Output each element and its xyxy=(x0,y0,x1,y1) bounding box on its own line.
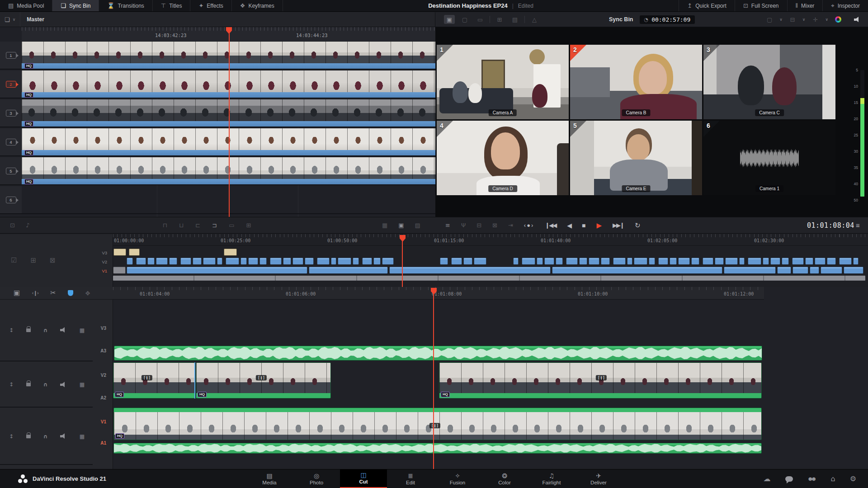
smart-insert-icon[interactable] xyxy=(163,222,167,228)
headphones-icon[interactable] xyxy=(43,434,47,439)
bin-view-icon[interactable] xyxy=(509,15,520,24)
timeline-clip[interactable] xyxy=(305,258,314,265)
camera-tile-4[interactable]: 4 Camera D xyxy=(437,121,569,195)
go-to-start-button[interactable]: ❙◀◀ xyxy=(545,222,556,229)
transitions-toggle[interactable]: Transitions xyxy=(99,0,152,11)
bin-selector[interactable]: ∨ xyxy=(0,12,20,27)
play-button[interactable]: ▶ xyxy=(597,221,602,230)
camera-tile-5[interactable]: 5 Camera E xyxy=(570,121,702,195)
tab-photo[interactable]: Photo xyxy=(293,469,340,488)
timeline-clip[interactable] xyxy=(309,267,388,274)
camera-track-badge[interactable]: 4 xyxy=(6,139,16,145)
camera-tile-3[interactable]: 3 Camera C xyxy=(703,45,835,119)
timeline-clip[interactable] xyxy=(224,249,237,256)
camera-tile-1[interactable]: 1 Camera A xyxy=(437,45,569,119)
source-track-row[interactable]: 5HQ xyxy=(0,157,435,185)
tab-fairlight[interactable]: Fairlight xyxy=(528,469,575,488)
timeline-clip[interactable] xyxy=(670,258,677,265)
trim-film-icon[interactable] xyxy=(14,290,20,296)
close-up-icon[interactable] xyxy=(212,222,217,228)
timeline-clip[interactable] xyxy=(844,267,863,274)
track-header-group-1[interactable] xyxy=(0,408,93,465)
edit-point-selection[interactable] xyxy=(194,362,195,399)
timeline-clip[interactable] xyxy=(259,258,267,265)
source-track-row[interactable]: 4HQ xyxy=(0,128,435,156)
timeline-clip[interactable] xyxy=(763,258,769,265)
scene-cut-icon[interactable] xyxy=(492,222,497,228)
tab-media[interactable]: Media xyxy=(246,469,293,488)
headphones-icon[interactable] xyxy=(43,328,47,333)
track-header-group-3[interactable] xyxy=(0,300,93,361)
timeline-clip[interactable] xyxy=(283,258,291,265)
timeline-clip[interactable] xyxy=(241,258,247,265)
timeline-timecode[interactable]: 01:01:08:04 xyxy=(807,221,854,230)
timeline-clip[interactable] xyxy=(362,258,372,265)
timeline-clip[interactable] xyxy=(649,258,655,265)
detail-ruler[interactable]: 01:01:04:0001:01:06:0001:01:08:0001:01:1… xyxy=(113,287,764,300)
cloud-icon[interactable] xyxy=(764,475,771,483)
timeline-clip[interactable] xyxy=(474,258,486,265)
headphones-icon[interactable] xyxy=(43,382,47,387)
timeline-clip[interactable] xyxy=(544,258,554,265)
timeline-clip[interactable] xyxy=(338,258,351,265)
source-tape-icon[interactable] xyxy=(459,15,470,24)
timeline-clip[interactable] xyxy=(440,258,448,265)
timeline-clip[interactable] xyxy=(317,258,330,265)
filmstrip-icon[interactable] xyxy=(80,434,85,439)
source-track-row[interactable]: 2HQ xyxy=(0,70,435,99)
camera-track-badge[interactable]: 3 xyxy=(6,110,16,117)
timeline-clip[interactable] xyxy=(389,267,551,274)
video-clip-v2[interactable]: HQ [❙] xyxy=(439,362,762,399)
tab-fusion[interactable]: Fusion xyxy=(434,469,481,488)
match-frame-icon[interactable] xyxy=(508,222,513,228)
timeline-clip[interactable] xyxy=(715,258,724,265)
color-viewer-icon[interactable] xyxy=(833,15,844,24)
timeline-clip[interactable] xyxy=(821,267,842,274)
track-header-group-2[interactable] xyxy=(0,362,93,408)
timeline-clip[interactable] xyxy=(782,258,789,265)
full-screen-button[interactable]: Full Screen xyxy=(735,0,787,11)
sync-bin-toggle[interactable]: Sync Bin xyxy=(52,0,99,11)
timeline-clip[interactable] xyxy=(180,258,191,265)
timeline-clip[interactable] xyxy=(579,258,587,265)
timeline-clip[interactable] xyxy=(556,258,563,265)
multiview-grid-icon[interactable] xyxy=(494,15,505,24)
multicam-icon[interactable] xyxy=(30,257,36,264)
timeline-clip[interactable] xyxy=(792,258,804,265)
scrub-control[interactable]: ‹●› xyxy=(524,222,534,229)
timeline-clip[interactable] xyxy=(853,258,859,265)
append-icon[interactable] xyxy=(179,222,184,228)
still-grab-icon[interactable] xyxy=(398,222,404,228)
timeline-clip[interactable] xyxy=(793,267,808,274)
timeline-clip[interactable] xyxy=(839,258,852,265)
mixer-toggle[interactable]: Mixer xyxy=(787,0,823,11)
video-clip-v2[interactable]: HQ [❙] xyxy=(113,362,195,399)
poster-frame-icon[interactable] xyxy=(476,222,481,228)
track-move-icon[interactable] xyxy=(9,328,14,333)
quick-export-button[interactable]: Quick Export xyxy=(679,0,735,11)
video-clip-v1[interactable]: HQ [❙] xyxy=(113,408,762,440)
source-track-row[interactable]: 6 xyxy=(0,186,435,214)
play-reverse-button[interactable]: ◀ xyxy=(567,222,571,229)
collaboration-icon[interactable]: ☻☻ xyxy=(807,475,816,482)
timeline-clip[interactable] xyxy=(136,258,146,265)
timeline-clip[interactable] xyxy=(725,258,738,265)
go-to-end-button[interactable]: ▶▶❙ xyxy=(613,222,624,229)
effects-toggle[interactable]: Effects xyxy=(190,0,231,11)
track-move-icon[interactable] xyxy=(9,382,14,387)
timeline-clip[interactable] xyxy=(770,258,780,265)
timeline-clip[interactable] xyxy=(739,258,745,265)
transition-quick-icon[interactable] xyxy=(382,222,387,228)
timeline-clip[interactable] xyxy=(691,258,699,265)
camera-track-badge[interactable]: 6 xyxy=(6,197,16,203)
timeline-clip[interactable] xyxy=(627,258,632,265)
filmstrip-icon[interactable] xyxy=(80,382,85,387)
timeline-clip[interactable] xyxy=(203,258,216,265)
timeline-clip[interactable] xyxy=(113,249,126,256)
audio-clip-a1[interactable] xyxy=(113,443,762,454)
timeline-clip[interactable] xyxy=(552,267,722,274)
timeline-clip[interactable] xyxy=(634,258,647,265)
timeline-menu-icon[interactable]: ≡ xyxy=(856,221,860,229)
timeline-clip[interactable] xyxy=(270,258,282,265)
trim-mode-icon[interactable]: ‹❙› xyxy=(32,291,38,296)
